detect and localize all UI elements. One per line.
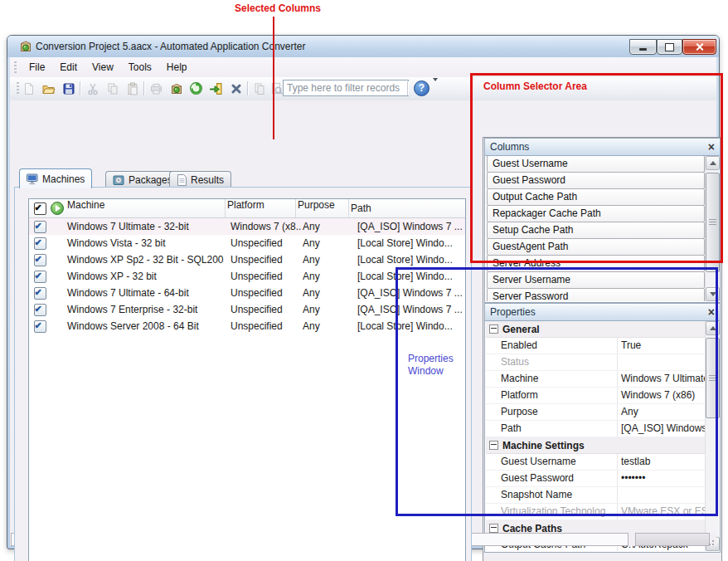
cell-check <box>29 221 51 233</box>
close-icon <box>695 42 704 51</box>
copy-icon[interactable] <box>104 80 121 97</box>
cell-platform: Unspecified <box>229 237 301 249</box>
window-title: Conversion Project 5.aacx - Automated Ap… <box>36 41 306 52</box>
tab-results[interactable]: Results <box>169 171 231 188</box>
save-project-icon[interactable] <box>60 80 77 97</box>
callout-line2: Window <box>408 365 454 378</box>
header-path[interactable]: Path <box>349 202 465 214</box>
paste-icon[interactable] <box>124 80 141 97</box>
app-icon <box>19 40 32 53</box>
chevron-down-icon <box>433 78 438 93</box>
cell-check <box>29 271 51 283</box>
cell-platform: Unspecified <box>229 271 301 282</box>
cell-check <box>29 254 51 266</box>
row-checkbox[interactable] <box>34 320 46 333</box>
cut-icon[interactable] <box>84 80 101 97</box>
callout-line1: Properties <box>408 353 454 365</box>
cell-machine: Windows 7 Enterprise - 32-bit <box>64 304 229 315</box>
row-checkbox[interactable] <box>34 221 46 233</box>
header-cell-check[interactable] <box>29 202 51 215</box>
refresh-icon[interactable] <box>187 80 205 97</box>
row-checkbox[interactable] <box>34 254 46 266</box>
cell-check <box>29 287 51 300</box>
row-checkbox[interactable] <box>34 304 46 316</box>
toolbar-separator <box>247 81 248 95</box>
menu-edit[interactable]: Edit <box>52 59 85 76</box>
column-selector-callout: Column Selector Area <box>483 80 587 92</box>
cell-platform: Unspecified <box>229 304 301 315</box>
cell-machine: Windows 7 Ultimate - 64-bit <box>64 287 229 299</box>
capture-machine-icon[interactable] <box>148 80 165 97</box>
toolbar-overflow-icon[interactable] <box>433 81 444 95</box>
machines-tab-icon <box>27 173 39 185</box>
cell-platform: Unspecified <box>229 287 301 299</box>
cell-check <box>29 237 51 250</box>
machine-row[interactable]: Windows 7 Ultimate - 32-bit Windows 7 (x… <box>29 218 465 235</box>
cell-platform: Unspecified <box>229 254 301 266</box>
cell-path: [Local Store] Windo... <box>356 237 465 249</box>
menu-tools[interactable]: Tools <box>121 59 159 76</box>
machine-row[interactable]: Windows XP Sp2 - 32 Bit - SQL200 Unspeci… <box>29 251 465 268</box>
selected-columns-callout-line <box>273 17 274 139</box>
filter-records-input[interactable] <box>283 80 409 96</box>
results-tab-icon <box>177 174 187 186</box>
maximize-button[interactable] <box>657 39 682 55</box>
stop-conversion-icon[interactable] <box>227 80 245 97</box>
title-bar: Conversion Project 5.aacx - Automated Ap… <box>7 36 719 57</box>
cell-path: [QA_ISO] Windows 7 ... <box>356 221 465 232</box>
cell-purpose: Any <box>301 254 356 266</box>
cell-purpose: Any <box>301 271 356 282</box>
minimize-icon <box>639 48 647 51</box>
cell-machine: Windows Server 2008 - 64 Bit <box>64 320 229 332</box>
header-machine[interactable]: Machine <box>64 199 226 217</box>
packages-tab-icon <box>113 174 125 186</box>
cell-machine: Windows 7 Ultimate - 32-bit <box>64 221 229 232</box>
cell-check <box>29 304 51 316</box>
tab-label: Packages <box>129 174 172 186</box>
cell-purpose: Any <box>301 221 356 232</box>
tab-machines[interactable]: Machines <box>19 168 92 188</box>
cell-purpose: Any <box>301 287 356 299</box>
menu-file[interactable]: File <box>22 59 52 76</box>
new-document-icon[interactable] <box>20 80 37 97</box>
minimize-button[interactable] <box>629 39 657 55</box>
cell-platform: Unspecified <box>229 320 301 332</box>
collapse-icon[interactable] <box>489 524 498 533</box>
cell-purpose: Any <box>301 304 356 315</box>
start-conversion-icon[interactable] <box>207 80 225 97</box>
tab-label: Machines <box>42 173 85 185</box>
cell-check <box>29 320 51 333</box>
cell-purpose: Any <box>301 320 356 332</box>
cell-platform: Windows 7 (x8... <box>229 221 301 232</box>
close-button[interactable] <box>682 39 716 55</box>
machine-list-header: Machine Platform Purpose Path <box>29 199 465 218</box>
new-package-icon[interactable] <box>167 80 185 97</box>
tab-label: Results <box>191 174 224 186</box>
menu-help[interactable]: Help <box>159 59 195 76</box>
menubar-grip[interactable] <box>14 61 17 74</box>
row-checkbox[interactable] <box>34 237 46 250</box>
header-platform[interactable]: Platform <box>226 199 296 217</box>
toolbar-separator <box>407 81 408 95</box>
maximize-icon <box>665 43 674 51</box>
header-purpose[interactable]: Purpose <box>296 199 349 217</box>
copy-results-icon[interactable] <box>250 80 268 97</box>
toolbar-separator <box>80 81 80 95</box>
row-checkbox[interactable] <box>34 287 46 300</box>
selected-columns-callout: Selected Columns <box>235 2 321 14</box>
properties-window-callout-box <box>396 267 718 516</box>
toolbar-grip[interactable] <box>17 82 19 95</box>
menu-view[interactable]: View <box>85 59 121 76</box>
row-checkbox[interactable] <box>34 271 46 283</box>
properties-window-callout: Properties Window <box>408 353 454 378</box>
open-project-icon[interactable] <box>40 80 57 97</box>
run-status-icon <box>51 202 64 215</box>
help-icon[interactable]: ? <box>414 80 430 96</box>
header-cell-run[interactable] <box>51 202 64 215</box>
machine-row[interactable]: Windows Vista - 32 bit Unspecified Any [… <box>29 235 465 251</box>
toolbar-separator <box>143 81 144 95</box>
column-selector-callout-box: Column Selector Area <box>470 73 723 263</box>
screenshot-canvas: Conversion Project 5.aacx - Automated Ap… <box>0 0 728 561</box>
select-all-checkbox[interactable] <box>34 202 46 215</box>
resize-grip[interactable] <box>712 540 714 542</box>
